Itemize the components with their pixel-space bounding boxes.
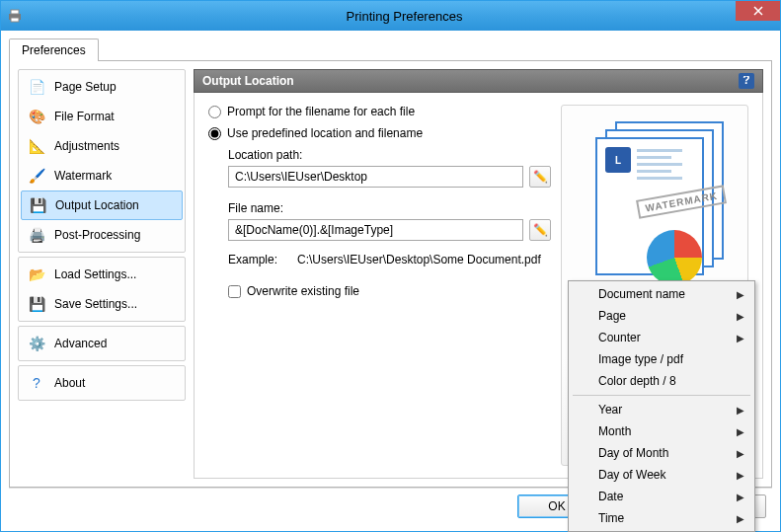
menu-item-day-of-week[interactable]: Day of Week▶ bbox=[571, 464, 752, 486]
help-icon: ? bbox=[27, 373, 46, 393]
sidebar-item-load-settings[interactable]: 📂Load Settings... bbox=[21, 260, 183, 289]
sidebar-item-save-settings[interactable]: 💾Save Settings... bbox=[21, 289, 183, 319]
menu-item-date[interactable]: Date▶ bbox=[571, 486, 752, 507]
panel-title: Output Location bbox=[202, 74, 294, 88]
title-bar: Printing Preferences bbox=[1, 1, 780, 31]
client-area: Preferences 📄Page Setup 🎨File Format 📐Ad… bbox=[1, 31, 780, 531]
svg-text:?: ? bbox=[742, 76, 749, 86]
radio-predefined-input[interactable] bbox=[208, 127, 221, 140]
sidebar: 📄Page Setup 🎨File Format 📐Adjustments 🖌️… bbox=[18, 69, 186, 479]
radio-prompt[interactable]: Prompt for the filename for each file bbox=[208, 105, 551, 118]
brush-icon: 🖌️ bbox=[27, 166, 46, 186]
window-title: Printing Preferences bbox=[29, 9, 780, 24]
radio-prompt-label: Prompt for the filename for each file bbox=[227, 105, 415, 118]
doc-page-front: L WATERMARK bbox=[595, 137, 704, 275]
disk-icon: 💾 bbox=[28, 195, 47, 215]
radio-predefined[interactable]: Use predefined location and filename bbox=[208, 126, 551, 140]
adjust-icon: 📐 bbox=[27, 136, 46, 156]
sidebar-item-label: Adjustments bbox=[54, 139, 119, 153]
menu-item-time[interactable]: Time▶ bbox=[571, 507, 752, 529]
submenu-arrow-icon: ▶ bbox=[737, 426, 744, 437]
submenu-arrow-icon: ▶ bbox=[737, 470, 744, 481]
sidebar-item-file-format[interactable]: 🎨File Format bbox=[21, 102, 183, 131]
sidebar-item-label: About bbox=[54, 376, 85, 390]
sidebar-item-page-setup[interactable]: 📄Page Setup bbox=[21, 72, 183, 102]
menu-item-year[interactable]: Year▶ bbox=[571, 399, 752, 420]
menu-separator bbox=[573, 395, 750, 396]
sidebar-item-post-processing[interactable]: 🖨️Post-Processing bbox=[21, 220, 183, 250]
submenu-arrow-icon: ▶ bbox=[737, 333, 744, 343]
print-icon: 🖨️ bbox=[27, 225, 46, 245]
palette-icon: 🎨 bbox=[27, 107, 46, 126]
location-input[interactable] bbox=[228, 166, 523, 188]
submenu-arrow-icon: ▶ bbox=[737, 513, 744, 524]
submenu-arrow-icon: ▶ bbox=[737, 289, 744, 300]
filename-macro-button[interactable]: ✏️ bbox=[529, 219, 551, 241]
submenu-arrow-icon: ▶ bbox=[737, 492, 744, 502]
sidebar-item-label: Post-Processing bbox=[54, 228, 140, 242]
radio-predefined-label: Use predefined location and filename bbox=[227, 126, 423, 140]
submenu-arrow-icon: ▶ bbox=[737, 448, 744, 459]
location-label: Location path: bbox=[228, 148, 551, 162]
svg-rect-2 bbox=[11, 18, 19, 22]
menu-item-day-of-month[interactable]: Day of Month▶ bbox=[571, 442, 752, 464]
filename-input[interactable] bbox=[228, 219, 523, 241]
pie-chart-graphic bbox=[647, 230, 702, 285]
sidebar-item-label: Load Settings... bbox=[54, 267, 136, 281]
filename-label: File name: bbox=[228, 201, 551, 215]
filename-context-menu: Document name▶ Page▶ Counter▶ Image type… bbox=[568, 280, 755, 532]
menu-item-month[interactable]: Month▶ bbox=[571, 420, 752, 442]
svg-rect-1 bbox=[11, 10, 19, 14]
sidebar-item-label: File Format bbox=[54, 110, 115, 123]
sidebar-item-watermark[interactable]: 🖌️Watermark bbox=[21, 161, 183, 190]
menu-item-counter[interactable]: Counter▶ bbox=[571, 327, 752, 348]
overwrite-label: Overwrite existing file bbox=[247, 284, 359, 298]
sidebar-item-about[interactable]: ?About bbox=[21, 368, 183, 398]
pencil-icon: ✏️ bbox=[533, 223, 548, 237]
example-value: C:\Users\IEUser\Desktop\Some Document.pd… bbox=[297, 253, 541, 266]
sidebar-item-label: Save Settings... bbox=[54, 297, 137, 311]
panel-header: Output Location ? bbox=[194, 69, 763, 93]
overwrite-checkbox-row[interactable]: Overwrite existing file bbox=[228, 284, 551, 298]
example-label: Example: bbox=[228, 253, 277, 266]
gear-icon: ⚙️ bbox=[27, 334, 46, 353]
sidebar-item-output-location[interactable]: 💾Output Location bbox=[21, 190, 183, 220]
sidebar-item-label: Page Setup bbox=[54, 80, 117, 94]
sidebar-item-label: Advanced bbox=[54, 337, 107, 350]
pencil-folder-icon: ✏️ bbox=[533, 170, 548, 184]
tab-strip: Preferences bbox=[9, 37, 772, 60]
printer-icon bbox=[7, 8, 23, 24]
close-button[interactable] bbox=[736, 1, 780, 21]
folder-open-icon: 📂 bbox=[27, 265, 46, 284]
sidebar-item-label: Watermark bbox=[54, 169, 112, 183]
sidebar-item-advanced[interactable]: ⚙️Advanced bbox=[21, 329, 183, 358]
save-icon: 💾 bbox=[27, 294, 46, 314]
overwrite-checkbox[interactable] bbox=[228, 285, 241, 298]
menu-item-image-type[interactable]: Image type / pdf bbox=[571, 348, 752, 370]
panel-help-icon[interactable]: ? bbox=[739, 73, 754, 89]
window: Printing Preferences Preferences 📄Page S… bbox=[0, 0, 781, 532]
menu-item-page[interactable]: Page▶ bbox=[571, 305, 752, 327]
sidebar-item-adjustments[interactable]: 📐Adjustments bbox=[21, 131, 183, 161]
sidebar-item-label: Output Location bbox=[55, 198, 139, 212]
browse-location-button[interactable]: ✏️ bbox=[529, 166, 551, 188]
menu-item-document-name[interactable]: Document name▶ bbox=[571, 283, 752, 305]
text-lines-graphic bbox=[637, 149, 694, 184]
form-column: Prompt for the filename for each file Us… bbox=[208, 105, 551, 466]
logo-icon: L bbox=[605, 147, 631, 173]
page-icon: 📄 bbox=[27, 77, 46, 97]
submenu-arrow-icon: ▶ bbox=[737, 311, 744, 322]
tab-preferences[interactable]: Preferences bbox=[9, 38, 99, 61]
radio-prompt-input[interactable] bbox=[208, 106, 221, 118]
submenu-arrow-icon: ▶ bbox=[737, 405, 744, 416]
menu-item-color-depth[interactable]: Color depth / 8 bbox=[571, 370, 752, 392]
